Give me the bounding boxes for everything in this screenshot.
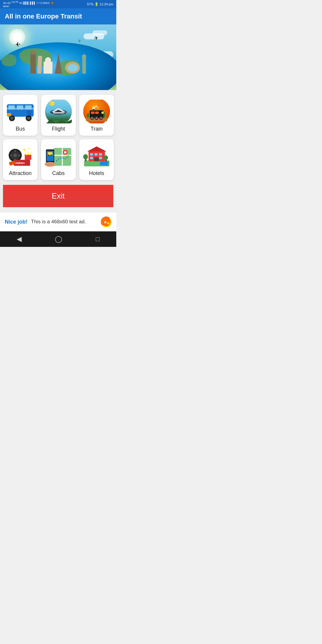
ad-logo-svg: a (102, 217, 111, 226)
attraction-label: Attraction (9, 170, 32, 177)
svg-text:★: ★ (28, 147, 30, 150)
flight-card[interactable]: Flight (41, 95, 76, 136)
svg-rect-14 (86, 115, 89, 116)
sun-dot (50, 102, 54, 105)
attraction-icon-container: CINEMA ★ ★ (5, 144, 35, 168)
ad-highlight: Nice job! (5, 219, 27, 225)
cabs-card[interactable]: Cabs (41, 139, 76, 180)
ad-banner: Nice job! This is a 468x60 test ad. a (0, 212, 116, 231)
svg-point-53 (64, 151, 66, 154)
home-button[interactable]: ◯ (55, 235, 62, 243)
flight-label: Flight (52, 126, 65, 132)
cloud2 (92, 30, 107, 35)
svg-point-7 (10, 117, 13, 120)
svg-rect-5 (27, 110, 32, 115)
svg-point-25 (96, 117, 97, 119)
train-label: Train (91, 126, 103, 132)
svg-marker-63 (87, 146, 106, 151)
svg-rect-64 (90, 153, 93, 156)
ad-text: This is a 468x60 test ad. (31, 219, 97, 225)
svg-point-58 (48, 154, 49, 156)
hero-banner: ✈ ✈ ∫∫∫ (0, 24, 116, 90)
cabs-svg-icon (44, 145, 73, 167)
hotels-label: Hotels (89, 170, 104, 177)
battery-time: 57% 🔋 11:24 pm (87, 2, 113, 6)
svg-point-29 (95, 105, 97, 108)
svg-point-23 (91, 117, 93, 119)
svg-point-27 (100, 117, 102, 119)
bus-card[interactable]: Bus (3, 95, 38, 136)
svg-rect-2 (8, 106, 15, 110)
attraction-card[interactable]: CINEMA ★ ★ Attraction (3, 139, 38, 180)
svg-rect-67 (90, 157, 93, 159)
app-title: All in one Europe Transit (5, 13, 82, 20)
svg-point-34 (13, 154, 17, 157)
svg-point-35 (14, 150, 16, 152)
flight-circle-bg (45, 100, 72, 123)
svg-point-37 (10, 154, 12, 156)
landmarks-decoration (0, 38, 116, 74)
hotels-icon-container (82, 144, 112, 168)
bus-svg-icon (5, 101, 35, 122)
svg-rect-68 (99, 157, 102, 159)
svg-rect-3 (17, 106, 23, 110)
cabs-label: Cabs (52, 170, 65, 177)
attraction-svg-icon: CINEMA ★ ★ (6, 145, 35, 167)
svg-point-30 (97, 107, 99, 109)
recents-button[interactable]: □ (96, 235, 100, 243)
status-bar: Jio 4G VoLTE 4G ▌▌▌ ▌▌▌ ☉¹ 0.00K/s 3 air… (0, 0, 116, 8)
svg-rect-65 (95, 153, 97, 156)
train-icon-container (82, 100, 112, 123)
app-header: All in one Europe Transit (0, 8, 116, 24)
svg-rect-12 (53, 112, 64, 114)
trees-silhouette (45, 119, 72, 123)
bus-icon-container (5, 100, 35, 123)
carrier1-label: Jio 4G VoLTE 4G ▌▌▌ ▌▌▌ ☉¹ 0.00K/s 3 (3, 1, 54, 5)
svg-text:a: a (104, 219, 106, 224)
svg-point-28 (92, 106, 95, 109)
svg-rect-31 (93, 109, 95, 111)
svg-point-38 (18, 154, 20, 156)
svg-point-21 (101, 112, 104, 114)
svg-rect-19 (91, 112, 95, 114)
cabs-icon-container (44, 144, 73, 168)
carrier2-label: airtel (3, 5, 54, 8)
transport-grid: Bus Flight (3, 95, 113, 180)
svg-point-74 (104, 155, 108, 160)
svg-text:CINEMA: CINEMA (14, 162, 25, 165)
svg-rect-70 (100, 161, 108, 165)
hotels-card[interactable]: Hotels (79, 139, 114, 180)
svg-rect-10 (7, 113, 11, 116)
flight-icon-container (44, 100, 73, 123)
back-button[interactable]: ◀ (17, 235, 22, 243)
carrier-info: Jio 4G VoLTE 4G ▌▌▌ ▌▌▌ ☉¹ 0.00K/s 3 air… (3, 1, 54, 8)
svg-point-60 (45, 162, 55, 167)
svg-point-77 (107, 222, 109, 225)
train-circle-bg (83, 100, 110, 123)
svg-point-9 (27, 117, 30, 120)
bus-label: Bus (16, 126, 25, 132)
flight-plane-svg (49, 106, 67, 117)
train-card[interactable]: Train (79, 95, 114, 136)
ad-logo: a (101, 216, 112, 227)
train-svg-icon (86, 102, 107, 121)
hotels-svg-icon (83, 145, 111, 167)
svg-point-45 (29, 152, 32, 155)
svg-rect-20 (95, 112, 99, 114)
svg-rect-4 (25, 106, 32, 110)
nav-bar: ◀ ◯ □ (0, 231, 116, 247)
svg-text:★: ★ (23, 148, 26, 152)
exit-button[interactable]: Exit (3, 185, 113, 207)
svg-point-59 (51, 154, 52, 156)
svg-rect-66 (99, 153, 102, 156)
svg-rect-69 (94, 157, 99, 161)
main-content: Bus Flight (0, 90, 116, 212)
svg-point-72 (83, 154, 88, 160)
